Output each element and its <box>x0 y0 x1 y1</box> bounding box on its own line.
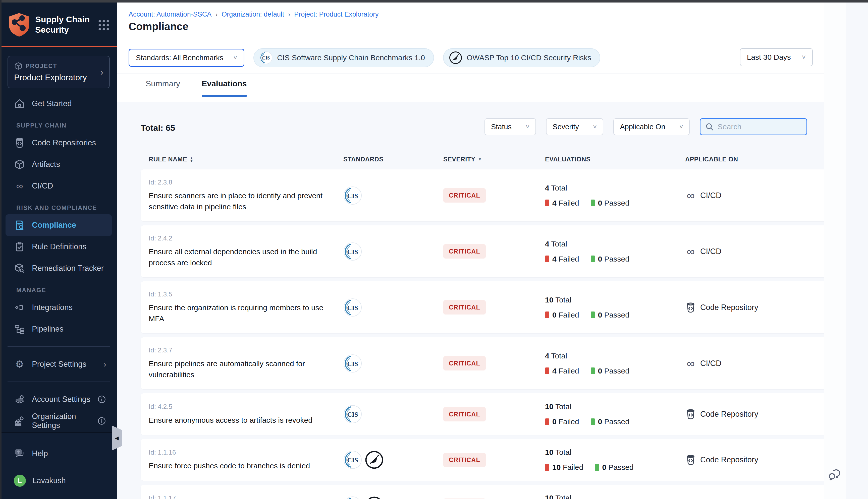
info-icon[interactable] <box>97 395 106 404</box>
severity-badge: CRITICAL <box>443 356 486 370</box>
sort-icon[interactable]: ▲▼ <box>190 157 193 162</box>
passed-indicator <box>591 312 595 318</box>
apps-grid-icon[interactable] <box>97 19 110 32</box>
chevron-right-icon: › <box>100 67 103 77</box>
sidebar-item-label: Account Settings <box>32 395 91 404</box>
artifact-box-icon <box>14 159 25 170</box>
cicd-infinity-icon: ∞ <box>685 358 696 369</box>
table-row[interactable]: Id: 1.3.5 Ensure the organization is req… <box>141 281 834 333</box>
eval-total-count: 10 <box>545 494 553 499</box>
failed-indicator <box>545 464 549 471</box>
sidebar-item-project-settings[interactable]: ⚙ Project Settings › <box>0 353 117 375</box>
cis-standard-icon <box>343 354 362 373</box>
help-button[interactable]: ? Help <box>0 443 117 464</box>
breadcrumb-organization[interactable]: Organization: default <box>221 11 284 18</box>
column-severity: SEVERITY ▼ <box>426 156 526 163</box>
section-header-risk-compliance: RISK AND COMPLIANCE <box>16 204 117 211</box>
right-gutter <box>824 2 846 499</box>
chip-label: CIS Software Supply Chain Benchmarks 1.0 <box>277 53 425 62</box>
severity-filter-label: Severity <box>553 123 579 131</box>
table-row[interactable]: Id: 2.3.8 Ensure scanners are in place t… <box>141 169 834 221</box>
sidebar-item-rule-definitions[interactable]: Rule Definitions <box>0 236 117 257</box>
table-row[interactable]: Id: 2.3.7 Ensure pipelines are automatic… <box>141 337 834 389</box>
window-left-edge <box>0 0 1 499</box>
eval-passed-label: Passed <box>604 255 629 263</box>
tab-evaluations[interactable]: Evaluations <box>202 79 247 97</box>
sidebar-item-remediation-tracker[interactable]: Remediation Tracker <box>0 257 117 279</box>
page-title: Compliance <box>129 21 188 33</box>
code-repository-icon <box>685 302 696 313</box>
applicable-on-label: CI/CD <box>700 359 721 368</box>
failed-indicator <box>545 418 549 425</box>
eval-passed-label: Passed <box>608 463 634 471</box>
eval-failed-count: 0 <box>552 311 557 319</box>
sidebar-item-organization-settings[interactable]: Organization Settings <box>0 410 117 432</box>
passed-indicator <box>591 367 595 374</box>
eval-failed-count: 4 <box>552 199 557 207</box>
table-row[interactable]: Id: 1.1.16 Ensure force pushes code to b… <box>141 439 834 481</box>
chip-cis-benchmark[interactable]: CIS Software Supply Chain Benchmarks 1.0 <box>253 48 434 67</box>
project-selector[interactable]: PROJECT Product Exploratory › <box>8 56 110 88</box>
cis-standard-icon <box>343 298 362 317</box>
chevron-down-icon: ˅ <box>233 54 237 62</box>
date-range-dropdown[interactable]: Last 30 Days ˅ <box>740 48 813 66</box>
sidebar-item-artifacts[interactable]: Artifacts <box>0 154 117 175</box>
sidebar-item-label: Help <box>32 449 48 458</box>
sidebar-item-code-repositories[interactable]: Code Repositories <box>0 132 117 154</box>
sidebar-item-label: Remediation Tracker <box>32 264 104 273</box>
breadcrumb-account[interactable]: Account: Automation-SSCA <box>129 11 212 18</box>
cicd-infinity-icon: ∞ <box>685 246 696 257</box>
chip-owasp-top10[interactable]: OWASP Top 10 CI/CD Security Risks <box>443 48 600 67</box>
standards-dropdown[interactable]: Standards: All Benchmarks ˅ <box>129 49 244 67</box>
sidebar-item-get-started[interactable]: Get Started <box>0 93 117 114</box>
eval-passed-count: 0 <box>598 311 602 319</box>
sidebar-item-label: Integrations <box>32 303 73 312</box>
applicable-on-label: CI/CD <box>700 247 721 256</box>
sidebar-item-pipelines[interactable]: Pipelines <box>0 318 117 340</box>
severity-badge: CRITICAL <box>443 453 486 467</box>
eval-total-label: Total <box>555 402 571 411</box>
table-row[interactable]: Id: 1.1.17 Ensure branch deletions are d… <box>141 485 834 499</box>
sidebar-item-label: CI/CD <box>32 182 53 191</box>
support-chat-icon[interactable] <box>827 467 842 482</box>
cis-standard-icon <box>343 242 362 261</box>
box-wrench-icon <box>14 263 25 274</box>
breadcrumb-project[interactable]: Project: Product Exploratory <box>294 11 378 18</box>
cis-standard-icon <box>343 405 362 424</box>
applicable-on-label: Code Repository <box>700 410 758 419</box>
sidebar-item-cicd[interactable]: ∞ CI/CD <box>0 175 117 197</box>
info-icon[interactable] <box>97 416 106 425</box>
user-menu[interactable]: L Lavakush <box>0 470 117 491</box>
severity-badge: CRITICAL <box>443 407 486 422</box>
eval-total-count: 10 <box>545 296 553 304</box>
applicable-on-filter-dropdown[interactable]: Applicable On ˅ <box>613 118 690 135</box>
status-filter-dropdown[interactable]: Status ˅ <box>484 118 536 135</box>
sidebar-item-integrations[interactable]: Integrations <box>0 297 117 318</box>
sidebar-item-label: Code Repositories <box>32 138 96 147</box>
help-chat-icon: ? <box>14 448 25 459</box>
rule-id: Id: 4.2.5 <box>149 403 334 411</box>
code-repository-icon <box>685 454 696 465</box>
table-row[interactable]: Id: 4.2.5 Ensure anonymous access to art… <box>141 393 834 435</box>
gear-icon: ⚙ <box>14 358 25 370</box>
owasp-logo-icon <box>449 51 462 64</box>
rule-name: Ensure the organization is requiring mem… <box>149 302 329 324</box>
breadcrumb: Account: Automation-SSCA › Organization:… <box>129 11 379 18</box>
tab-summary[interactable]: Summary <box>146 79 180 97</box>
eval-total-label: Total <box>551 352 567 360</box>
eval-passed-label: Passed <box>604 367 629 375</box>
sidebar-item-label: Project Settings <box>32 360 86 369</box>
chip-label: OWASP Top 10 CI/CD Security Risks <box>467 53 591 62</box>
eval-failed-label: Failed <box>563 463 583 471</box>
severity-filter-dropdown[interactable]: Severity ˅ <box>546 118 603 135</box>
sidebar-item-account-settings[interactable]: Account Settings <box>0 389 117 410</box>
main-area: Account: Automation-SSCA › Organization:… <box>117 2 846 499</box>
chevron-right-icon: › <box>104 360 106 369</box>
sort-desc-icon[interactable]: ▼ <box>478 157 482 162</box>
column-rule-name: RULE NAME ▲▼ <box>141 156 334 163</box>
table-row[interactable]: Id: 2.4.2 Ensure all external dependenci… <box>141 226 834 277</box>
search-input[interactable] <box>718 122 802 131</box>
package-icon <box>14 62 23 70</box>
sidebar-item-compliance[interactable]: Compliance <box>5 214 112 236</box>
eval-failed-count: 0 <box>552 417 557 426</box>
